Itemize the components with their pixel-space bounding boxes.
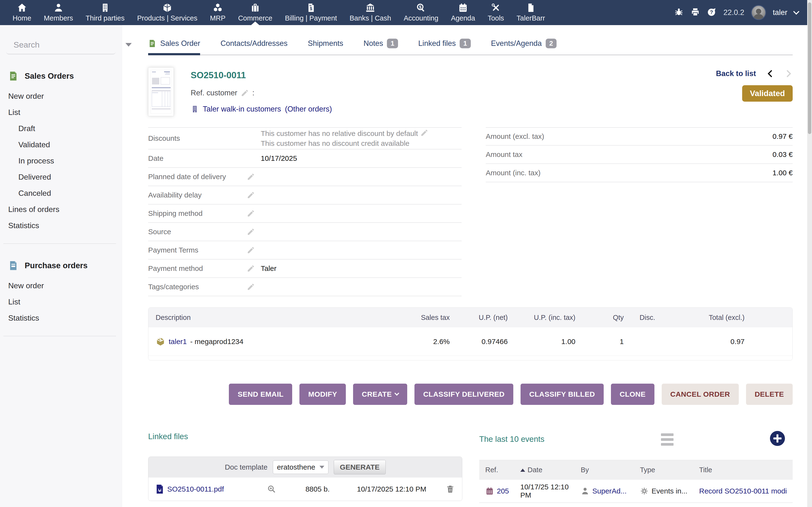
cancel-order-button[interactable]: CANCEL ORDER <box>662 384 739 405</box>
create-button[interactable]: CREATE <box>353 384 407 405</box>
sidebar-item-delivered[interactable]: Delivered <box>0 169 122 185</box>
edit-pencil-icon[interactable] <box>241 89 249 97</box>
sidebar-item-po-statistics[interactable]: Statistics <box>0 310 122 326</box>
back-to-list-link[interactable]: Back to list <box>716 69 756 78</box>
order-lines-table: Description Sales tax U.P. (net) U.P. (i… <box>148 307 793 360</box>
order-fields-table: Discounts This customer has no relative … <box>148 127 462 296</box>
nav-tools[interactable]: Tools <box>481 0 510 25</box>
document-preview-thumbnail[interactable] <box>148 67 174 116</box>
sidebar-item-po-list[interactable]: List <box>0 294 122 310</box>
sidebar-item-lines-of-orders[interactable]: Lines of orders <box>0 201 122 218</box>
event-title-link[interactable]: Record SO2510-0011 modifi <box>699 487 786 495</box>
event-ref-link[interactable]: 205 <box>485 487 520 496</box>
nav-label: Agenda <box>451 14 475 22</box>
classify-billed-button[interactable]: CLASSIFY BILLED <box>520 384 604 405</box>
sidebar-item-po-new-order[interactable]: New order <box>0 278 122 294</box>
event-user-link[interactable]: SuperAd... <box>581 487 640 496</box>
nav-label: Third parties <box>86 14 124 22</box>
nav-commerce[interactable]: Commerce <box>232 0 278 25</box>
tab-notes[interactable]: Notes1 <box>363 39 398 55</box>
nav-third-parties[interactable]: Third parties <box>79 0 131 25</box>
file-date: 10/17/2025 12:10 PM <box>329 485 426 493</box>
order-line-row: taler1 - megaprod1234 2.6% 0.97466 1.00 … <box>148 327 793 356</box>
field-row-shipping-method: Shipping method <box>148 205 462 223</box>
nav-talerbarr[interactable]: TalerBarr <box>510 0 552 25</box>
events-sort-date[interactable]: Date <box>520 466 581 474</box>
sidebar-item-draft[interactable]: Draft <box>0 120 122 137</box>
clone-button[interactable]: CLONE <box>611 384 654 405</box>
field-row-tags-categories: Tags/categories <box>148 278 462 296</box>
tools-icon <box>491 2 501 13</box>
sidebar-title-sales-orders[interactable]: Sales Orders <box>0 70 122 82</box>
nav-label: Banks | Cash <box>349 14 391 22</box>
nav-members[interactable]: Members <box>38 0 79 25</box>
doc-template-select[interactable]: eratosthene <box>273 460 328 474</box>
sidebar-item-validated[interactable]: Validated <box>0 137 122 153</box>
event-row: 205 10/17/25 12:10 PM SuperAd... Events … <box>479 480 793 503</box>
preview-zoom-icon[interactable] <box>267 485 276 494</box>
tab-events-agenda[interactable]: Events/Agenda2 <box>491 39 557 55</box>
edit-pencil-icon[interactable] <box>247 264 261 273</box>
amount-tax-value: 0.03 € <box>773 151 793 159</box>
print-icon[interactable] <box>691 7 700 18</box>
building-icon <box>100 2 110 13</box>
next-record-icon[interactable] <box>784 69 793 78</box>
classify-delivered-button[interactable]: CLASSIFY DELIVERED <box>414 384 513 405</box>
sidebar-item-in-process[interactable]: In process <box>0 153 122 169</box>
gear-icon <box>640 487 649 496</box>
list-view-icon[interactable] <box>661 433 673 448</box>
trash-icon[interactable] <box>446 485 455 494</box>
product-description: - megaprod1234 <box>190 338 243 346</box>
edit-pencil-icon[interactable] <box>247 246 261 254</box>
main-content: Sales Order Contacts/Addresses Shipments… <box>122 25 812 507</box>
sidebar-title-purchase-orders[interactable]: Purchase orders <box>0 260 122 271</box>
tab-shipments[interactable]: Shipments <box>308 39 343 55</box>
nav-agenda[interactable]: Agenda <box>445 0 481 25</box>
edit-pencil-icon[interactable] <box>247 228 261 236</box>
user-menu-name[interactable]: taler <box>773 8 788 17</box>
edit-pencil-icon[interactable] <box>420 129 428 137</box>
nav-billing-payment[interactable]: $ Billing | Payment <box>278 0 343 25</box>
discount-line2: This customer has no discount credit ava… <box>261 139 409 147</box>
payment-method-value: Taler <box>261 264 462 273</box>
user-avatar[interactable] <box>751 5 766 20</box>
sidebar-section-purchase-orders: Purchase orders New order List Statistic… <box>0 260 122 326</box>
help-icon[interactable]: ? <box>707 7 717 18</box>
customer-link[interactable]: Taler walk-in customers <box>203 105 281 113</box>
scrollbar-thumb[interactable] <box>808 2 811 134</box>
amounts-table: Amount (excl. tax) 0.97 € Amount tax 0.0… <box>486 127 793 296</box>
pdf-icon <box>156 484 164 494</box>
nav-accounting[interactable]: $ Accounting <box>397 0 445 25</box>
tab-contacts-addresses[interactable]: Contacts/Addresses <box>220 39 287 55</box>
sidebar-item-statistics[interactable]: Statistics <box>0 218 122 234</box>
chevron-down-icon <box>394 391 399 396</box>
event-date: 10/17/25 12:10 PM <box>520 483 581 499</box>
sidebar-item-list[interactable]: List <box>0 104 122 120</box>
customer-other-orders-link[interactable]: (Other orders) <box>285 105 332 113</box>
nav-mrp[interactable]: MRP <box>204 0 232 25</box>
scrollbar-track[interactable] <box>807 0 812 507</box>
tab-sales-order[interactable]: Sales Order <box>148 39 200 55</box>
send-email-button[interactable]: SEND EMAIL <box>229 384 292 405</box>
sidebar-item-new-order[interactable]: New order <box>0 88 122 104</box>
product-link[interactable]: taler1 <box>169 338 187 346</box>
edit-pencil-icon[interactable] <box>247 191 261 199</box>
add-event-button[interactable] <box>770 431 785 446</box>
previous-record-icon[interactable] <box>766 69 774 78</box>
delete-button[interactable]: DELETE <box>746 384 793 405</box>
nav-banks-cash[interactable]: Banks | Cash <box>343 0 397 25</box>
edit-pencil-icon[interactable] <box>247 209 261 218</box>
chevron-down-icon[interactable] <box>793 8 799 14</box>
edit-pencil-icon[interactable] <box>247 173 261 181</box>
order-ref-title: SO2510-0011 <box>191 70 332 80</box>
pdf-file-link[interactable]: SO2510-0011.pdf <box>156 484 260 494</box>
search-input[interactable] <box>13 40 120 50</box>
bug-icon[interactable] <box>674 7 684 18</box>
generate-button[interactable]: GENERATE <box>334 460 386 474</box>
edit-pencil-icon[interactable] <box>247 283 261 291</box>
tab-linked-files[interactable]: Linked files1 <box>418 39 471 55</box>
sidebar-item-canceled[interactable]: Canceled <box>0 185 122 201</box>
nav-products-services[interactable]: Products | Services <box>131 0 203 25</box>
modify-button[interactable]: MODIFY <box>299 384 346 405</box>
nav-home[interactable]: Home <box>6 0 38 25</box>
